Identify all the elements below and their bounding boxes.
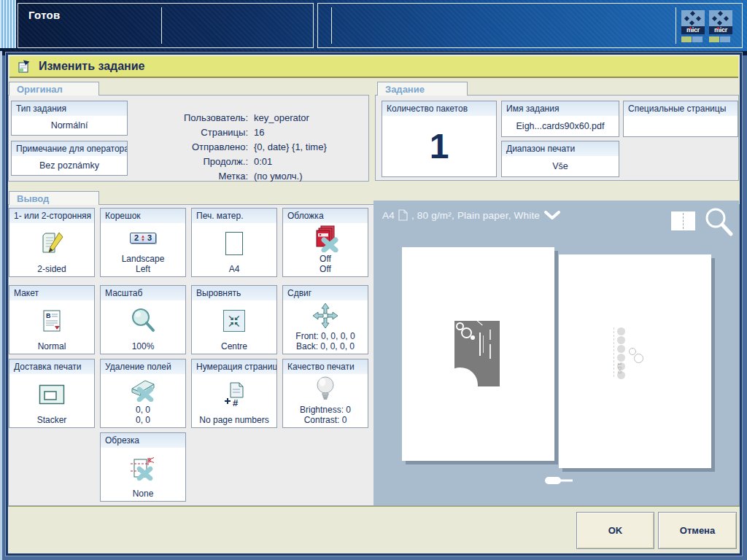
media-details: , 80 g/m², Plain paper, White: [411, 210, 540, 221]
sheet-icon: [398, 209, 408, 221]
chevron-down-icon: [543, 211, 561, 220]
output-tile-binding[interactable]: Корешок2▲▼3LandscapeLeft: [100, 208, 186, 277]
panel-divider: [331, 7, 332, 44]
duplex-icon: [39, 223, 64, 264]
info-row: Страницы:16: [140, 125, 363, 139]
print-range-tile[interactable]: Диапазон печати Vše: [501, 141, 619, 177]
info-value: 0:01: [254, 156, 272, 167]
dialog-title: Изменить задание: [39, 60, 145, 73]
operator-note-tile[interactable]: Примечание для оператора Bez poznámky: [11, 141, 128, 176]
page-numbers-icon: #: [222, 374, 247, 415]
spread-view-icon[interactable]: [671, 211, 695, 230]
ring-artwork: [634, 354, 643, 363]
output-tile-layout[interactable]: МакетBNormal: [9, 285, 95, 354]
output-tile-align[interactable]: Выровнять↘↙↗↖Centre: [191, 285, 277, 354]
info-value: (по умолч.): [254, 171, 302, 182]
tile-label: Доставка печати: [9, 359, 94, 374]
info-label: Продолж.:: [140, 156, 248, 167]
screen: { "topbar": { "status": "Готов", "logos"…: [0, 0, 747, 560]
preview-zoom-icon[interactable]: [703, 206, 734, 240]
tile-label: Удаление полей: [101, 359, 185, 374]
tile-value: No page numbers: [199, 415, 268, 425]
tile-value: Normal: [38, 341, 66, 351]
output-tile-scale[interactable]: Масштаб100%: [100, 285, 186, 354]
operator-note-label: Примечание для оператора: [12, 141, 127, 156]
tile-label: Обрезка: [101, 433, 185, 448]
svg-text:#: #: [233, 397, 239, 408]
micr-logo-text: micr: [686, 26, 700, 34]
section-original: Тип задания Normální Примечание для опер…: [8, 95, 369, 182]
tab-job[interactable]: Задание: [377, 82, 468, 96]
cancel-button[interactable]: Отмена: [658, 512, 737, 549]
job-name-value: Eigh...cards90x60.pdf: [502, 116, 619, 136]
section-job: Количество пакетов 1 Имя задания Eigh...…: [375, 95, 739, 181]
print-range-value: Vše: [502, 156, 619, 176]
output-tile-stacker[interactable]: Доставка печатиStacker: [9, 359, 95, 428]
cover-icon: [311, 223, 339, 254]
tab-original[interactable]: Оригинал: [9, 82, 99, 96]
tile-value: 100%: [132, 341, 155, 351]
output-tile-media[interactable]: Печ. матер.A4: [191, 208, 277, 277]
tile-value: Centre: [221, 341, 247, 351]
info-value: {0, date} {1, time}: [254, 141, 327, 152]
tile-value: Stacker: [37, 415, 67, 425]
tile-label: 1- или 2-сторонняя: [9, 209, 94, 223]
top-status-bar: Готов micr micr: [0, 0, 747, 51]
output-tile-shift[interactable]: СдвигFront: 0, 0, 0, 0Back: 0, 0, 0, 0: [282, 285, 368, 354]
layout-icon: B: [41, 300, 63, 341]
output-tile-cover[interactable]: ОбложкаOffOff: [282, 208, 368, 277]
tile-value: Brightness: 0Contrast: 0: [300, 405, 351, 425]
set-count-tile[interactable]: Количество пакетов 1: [382, 101, 497, 177]
ok-button[interactable]: OK: [576, 512, 654, 549]
operator-note-value: Bez poznámky: [12, 156, 127, 175]
job-name-tile[interactable]: Имя задания Eigh...cards90x60.pdf: [501, 101, 619, 137]
info-label: Метка:: [140, 171, 248, 182]
shift-icon: [311, 300, 339, 331]
info-value: 16: [254, 127, 264, 138]
trim-icon: [129, 448, 157, 489]
binding-icon: 2▲▼3: [130, 223, 156, 254]
job-type-tile[interactable]: Тип задания Normální: [11, 101, 128, 136]
info-value: key_operator: [254, 112, 309, 123]
svg-text:B: B: [46, 312, 51, 319]
tile-label: Выровнять: [192, 286, 276, 300]
panel-divider: [676, 7, 676, 44]
output-tile-duplex[interactable]: 1- или 2-сторонняя2-sided: [9, 208, 95, 277]
tile-label: Обложка: [283, 209, 368, 223]
output-tile-page-numbers[interactable]: Нумерация страниц#No page numbers: [191, 359, 277, 428]
micr-logo-text: micr: [714, 26, 727, 34]
preview-panel: A4 , 80 g/m², Plain paper, White 100: [374, 201, 739, 505]
tile-value: A4: [229, 264, 240, 274]
printer-status-panel: Готов: [18, 3, 314, 48]
info-row: Пользователь:key_operator: [140, 110, 363, 125]
media-selector[interactable]: A4 , 80 g/m², Plain paper, White: [382, 209, 561, 221]
quality-icon: [314, 374, 336, 405]
tile-label: Макет: [9, 286, 94, 300]
info-label: Отправлено:: [140, 141, 248, 152]
special-pages-tile[interactable]: Специальные страницы: [623, 101, 738, 137]
output-tile-quality[interactable]: Качество печатиBrightness: 0Contrast: 0: [282, 359, 368, 428]
media-size: A4: [382, 210, 395, 221]
set-count-label: Количество пакетов: [382, 101, 496, 116]
card-artwork: [454, 321, 500, 386]
info-row: Метка:(по умолч.): [140, 168, 363, 183]
special-pages-value: [624, 116, 738, 136]
media-icon: [225, 223, 243, 264]
output-tile-margins[interactable]: Удаление полей0, 00, 0: [100, 359, 186, 428]
output-tile-trim[interactable]: ОбрезкаNone: [100, 432, 186, 502]
stacker-icon: [39, 374, 65, 415]
fold-dash-line: [614, 327, 614, 377]
tab-output[interactable]: Вывод: [9, 191, 99, 205]
special-pages-label: Специальные страницы: [624, 101, 738, 116]
set-count-value: 1: [382, 116, 496, 176]
job-name-label: Имя задания: [502, 101, 619, 116]
info-label: Страницы:: [140, 127, 248, 138]
micr-status-chips: [681, 36, 703, 42]
preview-page-front: [402, 247, 554, 461]
info-row: Продолж.:0:01: [140, 154, 363, 168]
tile-value: LandscapeLeft: [122, 254, 165, 274]
dialog-titlebar: Изменить задание: [9, 56, 738, 78]
tile-value: 0, 00, 0: [136, 405, 150, 425]
tile-label: Корешок: [101, 209, 185, 223]
micr-logo: micr: [681, 10, 705, 34]
